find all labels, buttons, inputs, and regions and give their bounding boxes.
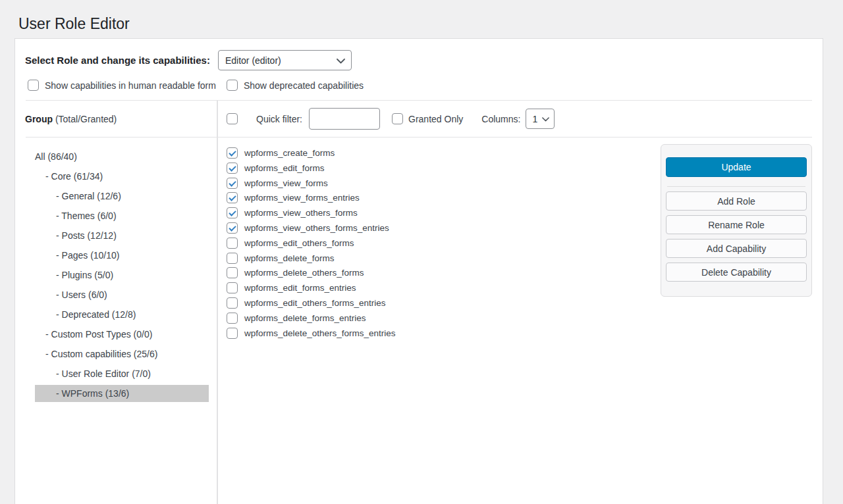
capability-checkbox[interactable]: [227, 207, 238, 218]
capability-checkbox[interactable]: [227, 163, 238, 174]
page-title: User Role Editor: [0, 0, 843, 38]
group-tree-item-label: - Custom capabilities (25/6): [45, 349, 157, 359]
capability-label: wpforms_delete_forms_entries: [244, 313, 366, 323]
divider: [667, 186, 805, 187]
group-tree-item[interactable]: - Core (61/34): [15, 166, 217, 186]
group-tree-item[interactable]: - Custom capabilities (25/6): [15, 344, 217, 364]
capability-label: wpforms_create_forms: [244, 148, 335, 158]
human-readable-checkbox[interactable]: [28, 80, 39, 91]
group-tree-item-label: - Custom Post Types (0/0): [45, 329, 152, 340]
group-header: Group (Total/Granted): [15, 101, 218, 137]
columns-label: Columns:: [481, 114, 520, 124]
capability-checkbox[interactable]: [227, 178, 238, 189]
capability-groups-tree: All (86/40) - Core (61/34) - General (12…: [15, 138, 218, 504]
capability-checkbox[interactable]: [227, 328, 238, 339]
capability-checkbox[interactable]: [227, 297, 238, 309]
quick-filter-label: Quick filter:: [256, 114, 302, 124]
group-tree-item-label: - General (12/6): [56, 191, 121, 201]
capability-label: wpforms_edit_others_forms_entries: [244, 298, 386, 308]
capability-label: wpforms_view_forms: [244, 178, 328, 188]
group-tree-item-label: - WPForms (13/6): [56, 388, 129, 399]
capability-checkbox[interactable]: [227, 282, 238, 293]
delete-capability-button[interactable]: Delete Capability: [666, 263, 807, 282]
group-tree-item[interactable]: - Plugins (5/0): [15, 265, 217, 285]
group-tree-item-label: - Plugins (5/0): [56, 270, 113, 280]
group-tree-item[interactable]: - Pages (10/10): [15, 245, 217, 265]
group-tree-item-label: - User Role Editor (7/0): [56, 368, 151, 379]
capability-checkbox[interactable]: [227, 192, 238, 203]
capability-checkbox[interactable]: [227, 238, 238, 249]
capability-checkbox[interactable]: [227, 147, 238, 159]
actions-panel: Update Add Role Rename Role Add Capabili…: [661, 144, 812, 297]
filter-row: Group (Total/Granted) Quick filter: Gran…: [15, 101, 823, 137]
group-tree-item[interactable]: - General (12/6): [15, 186, 217, 206]
group-header-suffix: (Total/Granted): [55, 114, 117, 124]
update-button[interactable]: Update: [666, 157, 807, 177]
capability-checkbox[interactable]: [227, 313, 238, 324]
group-tree-item[interactable]: - Custom Post Types (0/0): [15, 324, 217, 344]
role-select[interactable]: Editor (editor): [218, 50, 352, 70]
group-tree-item[interactable]: - WPForms (13/6): [35, 385, 209, 402]
group-tree-item[interactable]: - Users (6/0): [15, 285, 217, 305]
group-tree-item-label: - Users (6/0): [56, 290, 107, 300]
capability-label: wpforms_view_forms_entries: [244, 193, 360, 203]
capabilities-column: wpforms_create_forms wpforms_edit_forms …: [218, 138, 823, 504]
capability-row: wpforms_delete_others_forms_entries: [227, 326, 823, 341]
group-tree-item[interactable]: All (86/40): [15, 147, 217, 166]
group-tree-item-label: - Themes (6/0): [56, 211, 117, 221]
group-tree-item[interactable]: - Posts (12/12): [15, 226, 217, 245]
group-tree-item-label: - Deprecated (12/8): [56, 309, 136, 320]
capability-label: wpforms_edit_others_forms: [244, 238, 354, 248]
show-deprecated-option: Show deprecated capabilities: [227, 80, 364, 91]
columns-select-value: 1: [532, 114, 537, 124]
chevron-down-icon: [542, 117, 549, 122]
add-role-button[interactable]: Add Role: [666, 191, 807, 211]
select-all-checkbox[interactable]: [227, 113, 238, 124]
rename-role-button[interactable]: Rename Role: [666, 215, 807, 234]
group-tree-item-label: - Core (61/34): [45, 171, 103, 182]
role-selector-row: Select Role and change its capabilities:…: [15, 39, 823, 70]
group-tree-item[interactable]: - Themes (6/0): [15, 206, 217, 226]
capability-label: wpforms_view_others_forms: [244, 208, 358, 218]
filter-controls: Quick filter: Granted Only Columns: 1: [218, 101, 823, 137]
human-readable-option: Show capabilities in human readable form: [28, 80, 216, 91]
capability-label: wpforms_view_others_forms_entries: [244, 223, 389, 233]
capability-label: wpforms_delete_others_forms: [244, 268, 364, 278]
capability-checkbox[interactable]: [227, 222, 238, 234]
group-tree-item-label: - Posts (12/12): [56, 230, 117, 241]
group-header-title: Group: [25, 114, 53, 124]
show-deprecated-label: Show deprecated capabilities: [244, 80, 364, 91]
display-options-row: Show capabilities in human readable form…: [15, 70, 823, 91]
show-deprecated-checkbox[interactable]: [227, 80, 238, 91]
quick-filter-input[interactable]: [309, 108, 380, 130]
group-tree-item[interactable]: - User Role Editor (7/0): [15, 364, 217, 384]
content-row: All (86/40) - Core (61/34) - General (12…: [15, 138, 823, 504]
capability-row: wpforms_edit_others_forms_entries: [227, 295, 823, 311]
human-readable-label: Show capabilities in human readable form: [45, 80, 216, 91]
group-tree-item[interactable]: - Deprecated (12/8): [15, 305, 217, 324]
granted-only-checkbox[interactable]: [392, 113, 403, 124]
capability-checkbox[interactable]: [227, 267, 238, 278]
user-role-editor-panel: Select Role and change its capabilities:…: [14, 38, 823, 504]
role-select-value: Editor (editor): [225, 55, 281, 66]
columns-select[interactable]: 1: [526, 109, 555, 129]
group-tree-item-label: - Pages (10/10): [56, 250, 120, 261]
capability-label: wpforms_delete_others_forms_entries: [244, 328, 396, 338]
granted-only-label: Granted Only: [408, 114, 463, 124]
capability-label: wpforms_edit_forms_entries: [244, 283, 356, 293]
capability-row: wpforms_delete_forms_entries: [227, 311, 823, 326]
role-selector-label: Select Role and change its capabilities:: [25, 55, 210, 66]
capability-checkbox[interactable]: [227, 253, 238, 264]
add-capability-button[interactable]: Add Capability: [666, 239, 807, 258]
chevron-down-icon: [337, 59, 345, 64]
group-tree-item-label: All (86/40): [35, 151, 77, 162]
capability-label: wpforms_edit_forms: [244, 163, 325, 173]
capability-label: wpforms_delete_forms: [244, 253, 335, 263]
